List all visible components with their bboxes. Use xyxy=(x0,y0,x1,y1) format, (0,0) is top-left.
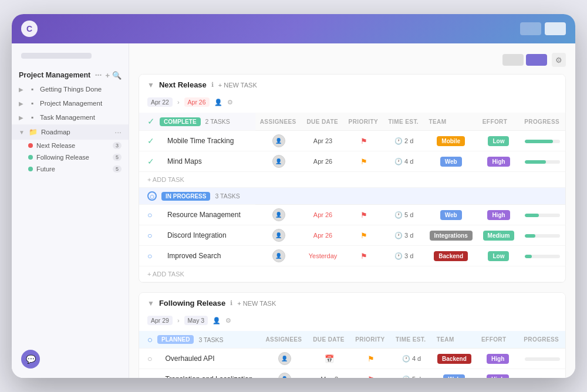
task-timeest: 🕐 3 d xyxy=(384,225,424,246)
task-table-complete: ✓ COMPLETE 2 TASKS ASSIGNEES DUE DATE PR… xyxy=(139,113,565,282)
sprint-meta-1: Apr 22 › Apr 26 👤 ⚙ xyxy=(139,95,565,113)
task-priority: ⚑ xyxy=(344,151,384,172)
sidebar-sub-future[interactable]: Future 5 xyxy=(12,163,129,175)
task-team: Integrations xyxy=(424,225,478,246)
task-name[interactable]: Translation and Localization xyxy=(157,369,261,379)
avatar: 👤 xyxy=(272,249,285,262)
task-team: Mobile xyxy=(424,131,478,151)
settings-icon[interactable]: ⚙ xyxy=(227,99,233,106)
progress-row-icon: ○ xyxy=(147,251,152,261)
due-date-text: May 3 xyxy=(321,376,338,378)
progress-row-icon: ○ xyxy=(147,210,152,219)
task-name[interactable]: Overhauled API xyxy=(157,349,261,369)
new-task-btn-2[interactable]: + NEW TASK xyxy=(237,300,276,307)
sidebar-dots[interactable]: ··· xyxy=(95,70,102,80)
add-task-row: + ADD TASK xyxy=(139,172,565,188)
dot-red xyxy=(28,143,33,148)
gear-button[interactable]: ⚙ xyxy=(552,53,566,67)
sidebar-item-roadmap[interactable]: ▼ 📁 Roadmap ··· xyxy=(12,124,129,140)
top-bar-btn-1[interactable] xyxy=(520,22,541,35)
folder-icon: ▪ xyxy=(28,113,36,121)
task-timeest: 🕐 4 d xyxy=(391,349,432,369)
task-count-progress: 3 TASKS xyxy=(215,192,239,200)
date-arrow-2: › xyxy=(177,317,180,324)
status-row-complete: ✓ COMPLETE 2 TASKS ASSIGNEES DUE DATE PR… xyxy=(139,113,565,131)
info-icon-2: ℹ xyxy=(230,299,232,307)
sprint-header-1: ▼ Next Release ℹ + NEW TASK xyxy=(139,75,565,95)
priority-flag: ⚑ xyxy=(360,137,367,146)
progress-bar-fill xyxy=(525,140,553,143)
avatar: 👤 xyxy=(272,208,285,221)
task-name[interactable]: Resource Management xyxy=(159,205,255,225)
time-est-text: 3 d xyxy=(404,252,413,259)
view-toggle xyxy=(502,54,547,66)
clock-icon: 🕐 xyxy=(394,232,403,239)
sub-item-label: Next Release xyxy=(36,142,75,149)
sprint-following-release: ▼ Following Release ℹ + NEW TASK Apr 29 … xyxy=(139,292,566,378)
task-assignees: 👤 xyxy=(261,369,308,379)
chevron-icon: ▶ xyxy=(19,86,23,93)
progress-bar-fill xyxy=(525,214,539,217)
task-name[interactable]: Discord Integration xyxy=(159,225,255,246)
settings-icon-2[interactable]: ⚙ xyxy=(225,317,231,325)
toggle-board[interactable] xyxy=(526,54,547,66)
task-name[interactable]: Improved Search xyxy=(159,246,255,266)
task-progress xyxy=(519,151,565,172)
add-task-btn[interactable]: + ADD TASK xyxy=(139,172,565,188)
team-tag: Web xyxy=(443,374,465,378)
task-name[interactable]: Mind Maps xyxy=(159,151,255,172)
progress-bar-wrap xyxy=(525,357,560,361)
time-est-text: 4 d xyxy=(404,158,413,165)
col-effort: EFFORT xyxy=(478,113,519,131)
due-date-text: Yesterday xyxy=(309,252,338,259)
task-duedate: 📅 xyxy=(308,349,350,369)
task-priority: ⚑ xyxy=(344,131,384,151)
check-icon: ✓ xyxy=(147,116,155,127)
collapse-icon[interactable]: ▼ xyxy=(147,81,154,89)
priority-flag: ⚑ xyxy=(360,157,367,166)
top-bar-btn-2[interactable] xyxy=(545,22,566,35)
sidebar-item-gettingthingsdone[interactable]: ▶ ▪ Getting Things Done xyxy=(12,82,129,96)
new-task-btn[interactable]: + NEW TASK xyxy=(218,82,257,89)
sprint-next-release: ▼ Next Release ℹ + NEW TASK Apr 22 › Apr… xyxy=(139,74,566,283)
chat-bubble[interactable]: 💬 xyxy=(21,350,40,369)
sidebar-sub-following-release[interactable]: Following Release 5 xyxy=(12,151,129,163)
main-area: Project Management ··· + 🔍 ▶ ▪ Getting T… xyxy=(12,43,575,378)
sidebar-item-taskmgmt[interactable]: ▶ ▪ Task Management xyxy=(12,110,129,124)
members-icon: 👤 xyxy=(214,99,222,106)
avatar: 👤 xyxy=(272,134,285,147)
toggle-list[interactable] xyxy=(502,54,524,66)
task-priority: ⚑ xyxy=(344,246,384,266)
table-row: ✓ Mind Maps 👤 Apr 26 ⚑ 🕐 xyxy=(139,151,565,172)
sidebar-item-projectmgmt[interactable]: ▶ ▪ Project Management xyxy=(12,96,129,110)
team-tag: Backend xyxy=(437,354,471,364)
gear-icon: ⚙ xyxy=(555,56,562,65)
effort-tag: Low xyxy=(488,136,509,146)
date-start-2: Apr 29 xyxy=(147,316,173,325)
task-effort: Low xyxy=(478,246,519,266)
task-timeest: 🕐 2 d xyxy=(384,131,424,151)
sidebar: Project Management ··· + 🔍 ▶ ▪ Getting T… xyxy=(12,43,129,378)
chevron-icon: ▶ xyxy=(19,114,23,121)
sprint-header-2: ▼ Following Release ℹ + NEW TASK xyxy=(139,293,565,313)
info-icon: ℹ xyxy=(211,81,214,89)
task-priority: ⚑ xyxy=(344,225,384,246)
task-name[interactable]: Mobile Time Tracking xyxy=(159,131,255,151)
search-icon[interactable]: 🔍 xyxy=(112,71,122,80)
task-effort: High xyxy=(477,369,519,379)
task-assignees: 👤 xyxy=(255,246,302,266)
date-start-1: Apr 22 xyxy=(147,97,173,107)
add-icon[interactable]: + xyxy=(105,71,110,80)
task-priority: ⚑ xyxy=(344,205,384,225)
date-arrow: › xyxy=(177,99,180,106)
avatar: 👤 xyxy=(278,352,291,365)
status-row-planned: ○ PLANNED 3 TASKS ASSIGNEES DUE DATE PRI… xyxy=(139,331,565,349)
sidebar-sub-next-release[interactable]: Next Release 3 xyxy=(12,140,129,151)
task-timeest: 🕐 3 d xyxy=(384,246,424,266)
collapse-icon-2[interactable]: ▼ xyxy=(147,299,154,307)
folder-icon: ▪ xyxy=(28,85,36,93)
add-task-btn-2[interactable]: + ADD TASK xyxy=(139,266,565,282)
task-timeest: 🕐 5 d xyxy=(391,369,432,379)
item-dots[interactable]: ··· xyxy=(114,127,122,137)
task-assignees: 👤 xyxy=(255,131,302,151)
